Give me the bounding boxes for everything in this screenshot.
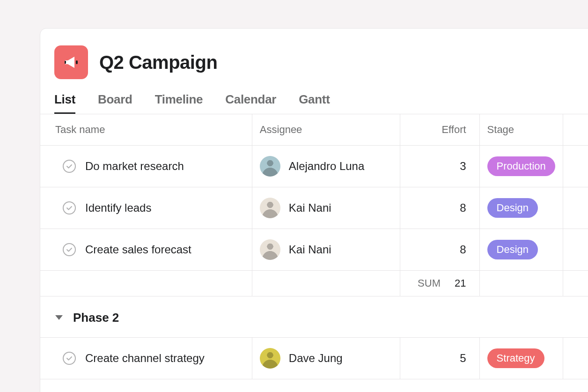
col-header-task[interactable]: Task name — [40, 114, 252, 146]
avatar[interactable] — [260, 156, 280, 177]
section-row: Phase 2 — [40, 296, 588, 338]
project-header: Q2 Campaign — [40, 29, 588, 88]
check-icon — [66, 163, 73, 170]
col-header-stage[interactable]: Stage — [479, 114, 563, 146]
effort-value[interactable]: 8 — [400, 229, 479, 271]
tab-list[interactable]: List — [54, 92, 75, 114]
task-row[interactable]: Create channel strategy Dave Jung 5 Stra… — [40, 337, 588, 379]
check-icon — [66, 246, 73, 253]
svg-rect-0 — [65, 61, 66, 64]
avatar[interactable] — [260, 348, 280, 369]
view-tabs: List Board Timeline Calendar Gantt — [40, 88, 588, 114]
col-header-add[interactable] — [563, 114, 588, 146]
table-header-row: Task name Assignee Effort Stage — [40, 114, 588, 146]
section-title: Phase 2 — [73, 311, 119, 325]
complete-checkbox[interactable] — [63, 243, 76, 256]
col-header-assignee[interactable]: Assignee — [252, 114, 400, 146]
complete-checkbox[interactable] — [63, 352, 76, 365]
project-icon-tile[interactable] — [54, 45, 88, 79]
stage-pill[interactable]: Design — [487, 198, 538, 218]
task-name: Identify leads — [85, 201, 151, 214]
avatar[interactable] — [260, 198, 280, 218]
complete-checkbox[interactable] — [63, 160, 76, 173]
tab-gantt[interactable]: Gantt — [299, 92, 330, 114]
check-icon — [66, 205, 73, 211]
assignee-name: Kai Nani — [289, 201, 331, 214]
assignee-name: Kai Nani — [289, 243, 331, 256]
tab-board[interactable]: Board — [98, 92, 132, 114]
tab-timeline[interactable]: Timeline — [155, 92, 203, 114]
section-toggle[interactable]: Phase 2 — [55, 311, 119, 325]
stage-pill[interactable]: Design — [487, 240, 538, 259]
project-title: Q2 Campaign — [99, 52, 217, 73]
effort-value[interactable]: 8 — [400, 187, 479, 229]
sum-label: SUM — [418, 277, 441, 289]
sum-row: SUM 21 — [40, 271, 588, 296]
task-row[interactable]: Do market research Alejandro Luna 3 Prod… — [40, 146, 588, 187]
task-row[interactable]: Create sales forecast Kai Nani 8 Design — [40, 229, 588, 271]
sum-value: 21 — [455, 277, 466, 289]
svg-rect-1 — [76, 60, 78, 64]
task-name: Create sales forecast — [85, 243, 191, 256]
stage-pill[interactable]: Strategy — [487, 348, 544, 368]
assignee-name: Alejandro Luna — [289, 160, 364, 173]
effort-value[interactable]: 3 — [400, 146, 479, 187]
task-name: Do market research — [85, 160, 184, 173]
task-row[interactable]: Identify leads Kai Nani 8 Design — [40, 187, 588, 229]
col-header-effort[interactable]: Effort — [400, 114, 479, 146]
avatar[interactable] — [260, 239, 280, 260]
complete-checkbox[interactable] — [63, 201, 76, 214]
tab-calendar[interactable]: Calendar — [225, 92, 276, 114]
project-window: Q2 Campaign List Board Timeline Calendar… — [40, 28, 588, 392]
task-table: Task name Assignee Effort Stage Do marke… — [40, 114, 588, 379]
check-icon — [66, 355, 73, 362]
assignee-name: Dave Jung — [289, 352, 343, 365]
task-name: Create channel strategy — [85, 352, 205, 365]
effort-value[interactable]: 5 — [400, 337, 479, 379]
megaphone-icon — [62, 53, 81, 72]
stage-pill[interactable]: Production — [487, 156, 555, 176]
chevron-down-icon — [55, 315, 63, 320]
